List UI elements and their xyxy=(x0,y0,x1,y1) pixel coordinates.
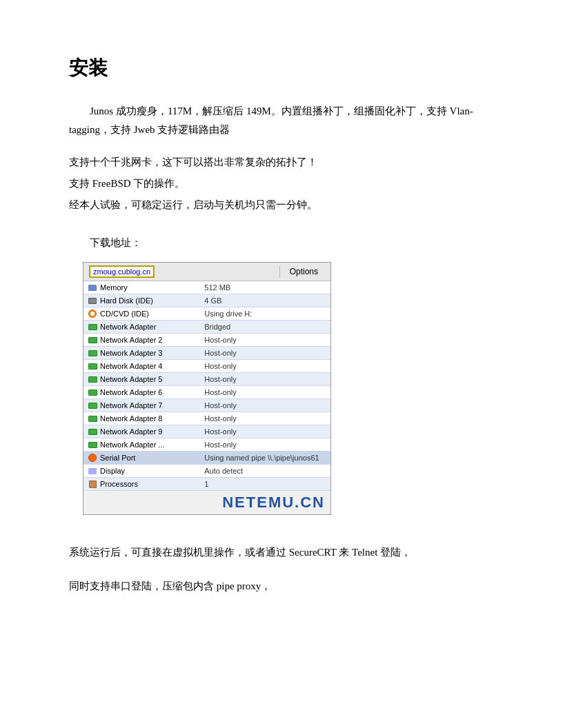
after-text-2: 同时支持串口登陆，压缩包内含 pipe proxy， xyxy=(69,576,494,596)
vm-url-bar[interactable]: zmoug.cublog.cn xyxy=(89,265,155,278)
download-label: 下载地址： xyxy=(69,234,494,252)
table-row: Serial PortUsing named pipe \\.\pipe\jun… xyxy=(83,452,330,465)
table-row: DisplayAuto detect xyxy=(83,465,330,478)
table-row: Network Adapter 2Host-only xyxy=(83,334,330,347)
table-row: Network Adapter 5Host-only xyxy=(83,373,330,386)
table-row: Processors1 xyxy=(83,478,330,491)
vm-settings-panel: zmoug.cublog.cn Options Memory512 MBHard… xyxy=(83,262,331,515)
table-row: CD/CVD (IDE)Using drive H: xyxy=(83,307,330,321)
table-row: Network Adapter 8Host-only xyxy=(83,412,330,425)
body-line-3: 经本人试验，可稳定运行，启动与关机均只需一分钟。 xyxy=(69,196,494,214)
vm-options-tab[interactable]: Options xyxy=(279,265,328,278)
table-row: Network Adapter 4Host-only xyxy=(83,360,330,373)
table-row: Memory512 MB xyxy=(83,281,330,294)
table-row: Network Adapter 9Host-only xyxy=(83,425,330,438)
body-line-1: 支持十个千兆网卡，这下可以搭出非常复杂的拓扑了！ xyxy=(69,153,494,172)
intro-paragraph: Junos 成功瘦身，117M，解压缩后 149M。内置组播补丁，组播固化补丁，… xyxy=(69,102,494,139)
after-text-1: 系统运行后，可直接在虚拟机里操作，或者通过 SecureCRT 来 Telnet… xyxy=(69,543,494,563)
vm-settings-table: Memory512 MBHard Disk (IDE)4 GBCD/CVD (I… xyxy=(83,281,330,491)
table-row: Network Adapter 6Host-only xyxy=(83,386,330,399)
body-line-2: 支持 FreeBSD 下的操作。 xyxy=(69,174,494,193)
table-row: Network Adapter 7Host-only xyxy=(83,399,330,412)
page-title: 安装 xyxy=(69,55,494,81)
table-row: Hard Disk (IDE)4 GB xyxy=(83,294,330,307)
table-row: Network AdapterBridged xyxy=(83,321,330,334)
table-row: Network Adapter ...Host-only xyxy=(83,438,330,452)
netemu-logo: NETEMU.CN xyxy=(83,491,330,514)
table-row: Network Adapter 3Host-only xyxy=(83,347,330,360)
